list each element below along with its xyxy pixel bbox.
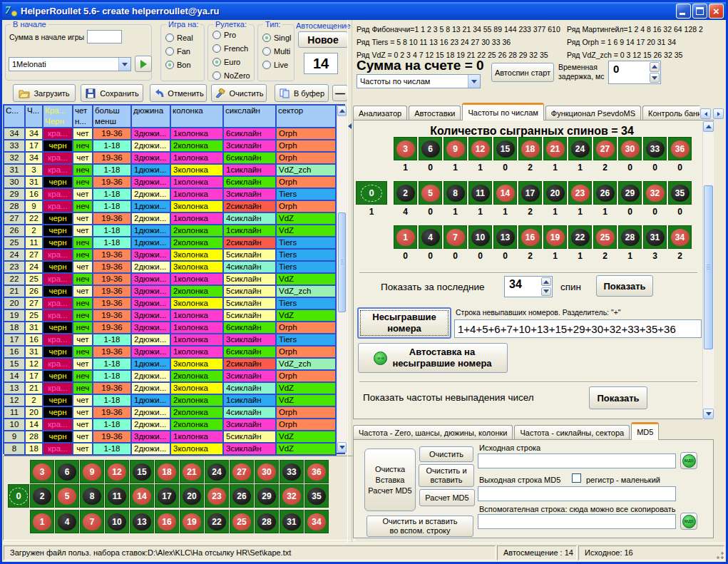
md5-clear-paste-aux-button[interactable]: Очистить и вставить во вспом. строку: [366, 516, 473, 537]
autobet-missed-button[interactable]: o o Автоставка на несыгравшие номера: [358, 343, 508, 373]
board-cell-36[interactable]: 36: [304, 460, 329, 483]
md5-source-input[interactable]: [478, 453, 676, 468]
scrollbar-thumb[interactable]: [338, 212, 346, 312]
md5-clear-button[interactable]: Очистить: [419, 446, 473, 462]
board-cell-32[interactable]: 32: [280, 484, 304, 508]
preset-select[interactable]: 1Melonati: [9, 57, 131, 71]
show-last-button[interactable]: Показать: [596, 275, 653, 297]
tabs-scroll-left-button[interactable]: [700, 108, 711, 119]
close-button[interactable]: ×: [709, 4, 724, 19]
board-cell-12[interactable]: 12: [105, 460, 129, 483]
board-cell-33[interactable]: 33: [280, 460, 304, 483]
start-sum-input[interactable]: [87, 30, 122, 43]
mode-select[interactable]: Частоты по числам: [357, 74, 481, 88]
board-cell-11[interactable]: 11: [105, 484, 129, 508]
board-cell-13[interactable]: 13: [130, 510, 154, 533]
radio-icon-bon[interactable]: [165, 61, 174, 69]
tab-bottom-2[interactable]: Частота - сиклайны, сектора: [514, 425, 630, 440]
board-cell-22[interactable]: 22: [205, 510, 229, 533]
radio-icon-pro[interactable]: [212, 31, 221, 39]
toolbar-button-copy[interactable]: В буфер: [275, 84, 329, 102]
panel-splitter[interactable]: [347, 20, 352, 543]
collapse-button[interactable]: —: [332, 85, 348, 101]
tab-bottom-3[interactable]: MD5: [631, 422, 659, 440]
radio-option-live[interactable]: Live: [262, 61, 294, 69]
md5-run-aux-button[interactable]: МД5: [680, 513, 697, 530]
spin-down-button[interactable]: [541, 287, 551, 296]
tab-main-3[interactable]: Частоты по числам: [462, 103, 543, 121]
radio-icon-live[interactable]: [262, 61, 271, 69]
board-cell-24[interactable]: 24: [205, 460, 229, 483]
board-cell-2[interactable]: 2: [30, 484, 54, 508]
tab-main-4[interactable]: Функционал PsevdoMS: [545, 106, 641, 121]
board-cell-31[interactable]: 31: [280, 510, 304, 533]
board-cell-19[interactable]: 19: [180, 510, 204, 533]
radio-option-bon[interactable]: Bon: [165, 61, 204, 69]
run-preset-button[interactable]: [135, 56, 152, 72]
board-cell-21[interactable]: 21: [180, 460, 204, 483]
board-cell-9[interactable]: 9: [80, 460, 104, 483]
radio-icon-real[interactable]: [165, 34, 174, 42]
board-cell-30[interactable]: 30: [255, 460, 279, 483]
md5-aux-input[interactable]: [478, 514, 676, 529]
tab-bottom-1[interactable]: Частота - Zero, шансы, дюжины, колонки: [353, 425, 513, 440]
mode-select-arrow[interactable]: [468, 75, 480, 88]
board-cell-15[interactable]: 15: [130, 460, 154, 483]
maximize-button[interactable]: [692, 4, 707, 19]
board-cell-17[interactable]: 17: [155, 484, 179, 508]
radio-icon-nozero[interactable]: [212, 71, 221, 80]
tabs-scroll-right-button[interactable]: [713, 108, 724, 119]
tab-main-5[interactable]: Контроль банкро: [642, 106, 699, 121]
board-cell-20[interactable]: 20: [180, 484, 204, 508]
resize-grip[interactable]: [715, 551, 724, 560]
board-cell-28[interactable]: 28: [255, 510, 279, 533]
board-cell-6[interactable]: 6: [55, 460, 79, 483]
missed-numbers-input[interactable]: [454, 319, 702, 338]
radio-icon-fan[interactable]: [165, 47, 174, 56]
md5-clear-paste-button[interactable]: Очистить и вставить: [419, 464, 474, 487]
md5-calc-button[interactable]: Расчет MD5: [419, 489, 475, 506]
md5-out-input[interactable]: [478, 486, 676, 501]
autoshift-new-button[interactable]: Новое: [298, 31, 348, 48]
board-cell-35[interactable]: 35: [304, 484, 329, 508]
board-cell-18[interactable]: 18: [155, 460, 179, 483]
scrollbar-thumb[interactable]: [704, 185, 713, 349]
tab-main-2[interactable]: Автоставки: [409, 106, 461, 121]
tab-main-1[interactable]: Анализатор: [353, 106, 407, 121]
md5-case-checkbox[interactable]: [572, 473, 581, 483]
not-hit-show-button[interactable]: Показать: [589, 386, 647, 409]
board-cell-8[interactable]: 8: [80, 484, 104, 508]
md5-multi-button[interactable]: ОчисткаВставкаРасчет MD5: [364, 448, 416, 511]
show-last-spinner[interactable]: 34: [504, 276, 553, 297]
scroll-down-button[interactable]: [703, 409, 714, 419]
history-table-scrollbar[interactable]: [337, 106, 347, 453]
board-cell-5[interactable]: 5: [55, 484, 79, 508]
radio-icon-french[interactable]: [212, 44, 221, 53]
spin-up-button[interactable]: [650, 62, 660, 72]
board-cell-25[interactable]: 25: [230, 510, 254, 533]
board-zero-cell[interactable]: 0: [8, 484, 29, 508]
toolbar-button-undo[interactable]: Отменить: [150, 84, 207, 102]
board-cell-1[interactable]: 1: [30, 510, 54, 533]
board-cell-14[interactable]: 14: [130, 484, 154, 508]
board-cell-10[interactable]: 10: [105, 510, 129, 533]
board-cell-4[interactable]: 4: [55, 510, 79, 533]
radio-icon-singl[interactable]: [262, 34, 271, 42]
board-cell-3[interactable]: 3: [30, 460, 54, 483]
toolbar-button-open-folder[interactable]: Загрузить: [13, 84, 76, 102]
board-cell-7[interactable]: 7: [80, 510, 104, 533]
autospin-start-button[interactable]: Автоспин старт: [491, 63, 554, 82]
preset-select-arrow[interactable]: [118, 58, 130, 71]
radio-option-real[interactable]: Real: [165, 34, 204, 42]
toolbar-button-clean[interactable]: Очистить: [211, 84, 267, 102]
board-cell-23[interactable]: 23: [205, 484, 229, 508]
scroll-down-button[interactable]: [337, 442, 347, 453]
missed-numbers-button[interactable]: Несыгравшие номера: [357, 307, 451, 339]
board-cell-29[interactable]: 29: [255, 484, 279, 508]
toolbar-button-save[interactable]: Сохранить: [81, 84, 143, 102]
radio-option-fan[interactable]: Fan: [165, 47, 204, 56]
radio-option-nozero[interactable]: NoZero: [212, 71, 254, 80]
radio-icon-multi[interactable]: [262, 47, 271, 56]
radio-icon-euro[interactable]: [212, 58, 221, 66]
radio-option-singl[interactable]: Singl: [262, 34, 294, 42]
